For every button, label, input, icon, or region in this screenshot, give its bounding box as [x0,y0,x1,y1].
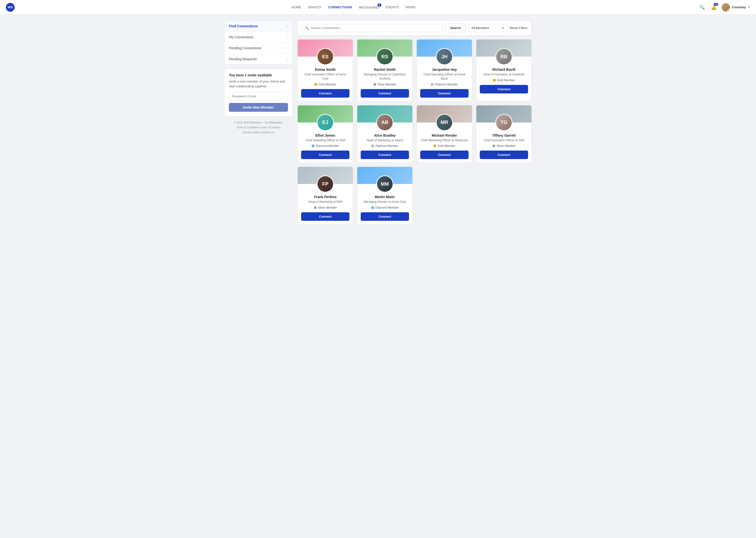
member-name: Tiffany Garrett [480,134,528,137]
connect-button[interactable]: Connect [301,89,350,98]
connect-button[interactable]: Connect [301,212,350,221]
member-avatar: AB [376,114,393,131]
search-connections-input[interactable] [311,26,440,30]
member-avatar: JH [436,48,453,65]
notifications-button[interactable]: 🔔 15 [710,3,718,11]
search-button[interactable]: 🔍 [698,3,706,11]
sidebar-nav: Find Connections›My Connections›Pending … [224,21,293,65]
member-title: Head of Innovation at Vodafone [480,73,528,77]
member-card: ABAlice BradleyHead of Marketing at Init… [357,105,413,163]
badge-dot [371,206,374,209]
user-initials-avatar[interactable]: WS [6,3,15,12]
member-avatar: FP [317,176,334,192]
member-name: Jacqueline Hay [420,68,468,72]
nav-item-connections[interactable]: CONNECTIONS [328,5,352,9]
footer-link-3[interactable]: Contact Us [261,131,274,134]
connect-button[interactable]: Connect [361,150,409,159]
member-card: RBRichard BovillHead of Innovation at Vo… [476,39,532,101]
footer-link-0[interactable]: Terms & Conditions [237,126,260,129]
member-card: EJElliot JamesChief Marketing Officer at… [297,105,353,163]
members-grid: ESEmma SmithChief Innovation Officer at … [297,39,532,225]
card-body: Rachel SmithManaging Director at Cyberdy… [357,65,412,101]
member-name: Martin Maier [361,195,409,199]
chevron-right-icon: › [287,35,288,39]
badge-dot [433,144,436,147]
connect-button[interactable]: Connect [420,150,468,159]
connect-button[interactable]: Connect [361,89,409,98]
page-layout: Find Connections›My Connections›Pending … [219,21,537,225]
search-bar: 🔍 Search All Members ▼ Reset Filters [297,21,532,35]
badge-label: Silver Member [318,206,337,209]
member-title: Head of Marketing at Shift [301,200,350,204]
member-card: TGTiffany GarrettChief Innovation Office… [476,105,532,163]
sidebar-item-pending[interactable]: Pending Connections› [225,43,292,54]
card-body: Alice BradleyHead of Marketing at Initec… [357,131,412,163]
badge-dot [492,144,495,147]
member-badge: Silver Member [480,144,528,148]
search-icon: 🔍 [699,5,705,10]
nav-item-messaging[interactable]: MESSAGING [359,6,379,9]
member-title: Chief Innovation Officer at Acme Corp [301,73,350,81]
badge-label: Gold Member [438,144,456,148]
badge-label: Gold Member [318,83,336,86]
invite-new-member-button[interactable]: Invite New Member [229,103,288,112]
member-title: Chief Marketing Officer at Shift [301,138,350,142]
recipient-email-input[interactable] [229,92,288,100]
badge-label: Silver Member [378,83,396,86]
member-title: Chief Innovation Officer at Shift [480,138,528,142]
member-badge: Diamond Member [361,206,409,209]
connect-button[interactable]: Connect [480,150,528,159]
member-badge: Diamond Member [301,144,350,148]
member-card: JHJacqueline HayChief Operating Officer … [416,39,472,101]
connect-button[interactable]: Connect [480,85,528,93]
search-input-wrap: 🔍 [301,24,443,32]
avatar-placeholder: AB [377,115,393,130]
sidebar-item-my[interactable]: My Connections› [225,32,292,43]
sidebar-item-label: Pending Connections [229,46,261,50]
nav-item-spaces[interactable]: SPACES [308,5,321,9]
sidebar-item-requests[interactable]: Pending Requests› [225,54,292,64]
member-avatar: RB [495,48,513,65]
header: WS HOMESPACESCONNECTIONSMESSAGING2EVENTS… [0,0,756,15]
notification-badge: 15 [714,3,718,6]
connect-button[interactable]: Connect [361,212,409,221]
reset-filters-button[interactable]: Reset Filters [510,26,528,30]
badge-dot [314,206,317,209]
footer-link-2[interactable]: Service Status [243,131,260,134]
user-menu[interactable]: Courtney ▼ [722,3,750,12]
copyright-text: © 2021 Shift Platforms — by Whitespace [224,120,293,125]
card-body: Frank PerkinsHead of Marketing at ShiftS… [298,192,353,224]
member-avatar: ES [317,48,334,65]
connect-button[interactable]: Connect [420,89,468,98]
nav-item-home[interactable]: HOME [292,5,301,9]
nav-item-events[interactable]: EVENTS [386,5,399,9]
card-body: Emma SmithChief Innovation Officer at Ac… [298,65,353,101]
sidebar-footer: © 2021 Shift Platforms — by WhitespaceTe… [224,120,293,135]
sidebar-item-find[interactable]: Find Connections› [225,21,292,32]
search-icon: 🔍 [305,26,309,30]
avatar-placeholder: RS [377,49,393,64]
member-card: FPFrank PerkinsHead of Marketing at Shif… [297,167,353,225]
avatar-placeholder: MR [437,115,452,130]
card-body: Richard BovillHead of Innovation at Voda… [476,65,531,97]
search-button[interactable]: Search [445,24,466,32]
avatar-placeholder: JH [437,49,452,64]
badge-label: Platinum Member [375,144,398,148]
member-title: Head of Marketing at Initech [361,138,409,142]
connect-button[interactable]: Connect [301,150,350,159]
avatar-placeholder: EJ [317,115,333,130]
card-body: Elliot JamesChief Marketing Officer at S… [298,131,353,163]
nav-wrap-messaging: MESSAGING2 [359,5,379,9]
badge-dot [493,79,496,82]
badge-label: Diamond Member [375,206,399,209]
nav-item-news[interactable]: NEWS [406,5,415,9]
online-indicator [728,9,730,12]
member-card: ESEmma SmithChief Innovation Officer at … [297,39,353,101]
member-filter-select[interactable]: All Members ▼ [468,24,507,32]
member-card: MRMichael RenderChief Marketing Officer … [416,105,472,163]
member-avatar: MR [436,114,453,131]
avatar-placeholder: FP [317,176,333,192]
card-body: Martin MaierManaging Director at Acme Co… [357,192,412,224]
footer-link-1[interactable]: Code of Conduct [260,126,281,129]
member-name: Elliot James [301,134,350,137]
